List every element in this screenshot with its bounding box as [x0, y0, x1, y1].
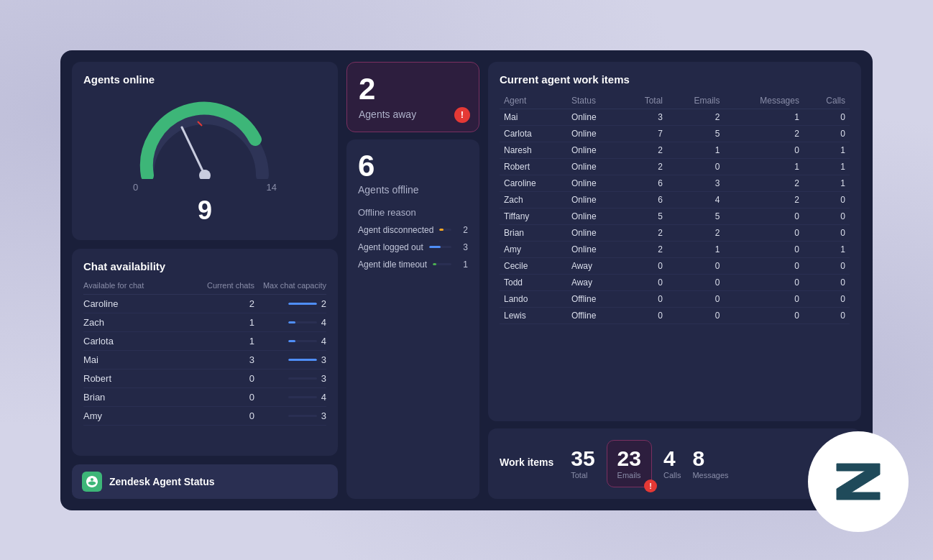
td-messages: 0	[725, 208, 804, 224]
reason-idle-fill	[433, 263, 436, 265]
avail-bar-fill	[288, 303, 317, 305]
avail-current: 0	[197, 373, 254, 384]
reason-logged-out-bar	[429, 246, 452, 248]
avail-current: 1	[197, 336, 254, 346]
td-calls: 0	[804, 224, 850, 241]
avail-row: Caroline 2 2	[83, 295, 326, 313]
avail-row: Mai 3 3	[83, 351, 326, 369]
td-agent: Carlota	[500, 125, 567, 142]
td-emails: 0	[667, 257, 724, 274]
td-status: Offline	[567, 307, 622, 323]
th-status: Status	[567, 93, 622, 109]
table-row: Lewis Offline 0 0 0 0	[500, 307, 850, 323]
avail-bar	[288, 415, 317, 417]
td-status: Away	[567, 257, 622, 274]
avail-current: 3	[197, 354, 254, 365]
th-emails: Emails	[667, 93, 724, 109]
avail-bar-fill	[288, 321, 295, 323]
td-status: Online	[567, 241, 622, 257]
avail-bar	[288, 303, 317, 305]
td-emails: 5	[667, 125, 724, 142]
zendesk-logo-circle	[808, 431, 909, 532]
avail-name: Brian	[83, 392, 197, 403]
work-total-label: Total	[571, 471, 594, 479]
agent-work-title: Current agent work items	[500, 73, 850, 86]
avail-row: Zach 1 4	[83, 313, 326, 332]
reason-idle-timeout: Agent idle timeout 1	[358, 260, 468, 270]
td-calls: 0	[804, 208, 850, 224]
reason-logged-out-count: 3	[463, 242, 468, 252]
zendesk-footer: Zendesk Agent Status	[72, 464, 338, 499]
td-status: Online	[567, 158, 622, 175]
td-total: 7	[622, 125, 667, 142]
avail-bar	[288, 359, 317, 361]
td-calls: 0	[804, 290, 850, 307]
td-agent: Amy	[500, 241, 567, 257]
td-messages: 0	[725, 290, 804, 307]
td-messages: 0	[725, 257, 804, 274]
td-status: Online	[567, 175, 622, 191]
td-calls: 1	[804, 241, 850, 257]
work-total-num: 35	[571, 448, 594, 469]
td-emails: 0	[667, 158, 724, 175]
table-row: Naresh Online 2 1 0 1	[500, 142, 850, 158]
td-calls: 0	[804, 274, 850, 290]
td-status: Away	[567, 274, 622, 290]
reason-logged-out-fill	[429, 246, 441, 248]
td-emails: 5	[667, 208, 724, 224]
avail-name: Amy	[83, 410, 197, 421]
td-total: 6	[622, 191, 667, 208]
avail-row: Carlota 1 4	[83, 332, 326, 351]
td-messages: 1	[725, 109, 804, 125]
td-total: 2	[622, 158, 667, 175]
avail-bar	[288, 340, 317, 342]
td-total: 2	[622, 224, 667, 241]
td-calls: 1	[804, 175, 850, 191]
td-calls: 1	[804, 158, 850, 175]
td-agent: Robert	[500, 158, 567, 175]
td-messages: 0	[725, 274, 804, 290]
avail-header-current: Current chats	[197, 281, 254, 290]
avail-current: 1	[197, 317, 254, 328]
avail-header-max: Max chat capacity	[254, 281, 326, 290]
td-agent: Zach	[500, 191, 567, 208]
agents-away-card: 2 Agents away !	[346, 62, 479, 132]
td-messages: 2	[725, 125, 804, 142]
work-messages-num: 8	[692, 448, 728, 469]
gauge-value: 9	[198, 196, 212, 226]
agents-away-number: 2	[359, 74, 467, 104]
emails-alert-badge: !	[644, 479, 657, 492]
avail-row: Robert 0 3	[83, 369, 326, 388]
td-total: 0	[622, 274, 667, 290]
avail-row: Brian 0 4	[83, 388, 326, 407]
agents-away-alert: !	[454, 107, 470, 123]
work-items-title: Work items	[500, 456, 553, 468]
gauge-container: 0 14 9	[83, 94, 326, 229]
td-calls: 0	[804, 257, 850, 274]
reason-logged-out-label: Agent logged out	[358, 242, 423, 252]
avail-max-cell: 2	[254, 298, 326, 309]
zendesk-icon	[82, 472, 102, 492]
avail-name: Robert	[83, 373, 197, 384]
td-calls: 0	[804, 125, 850, 142]
td-emails: 2	[667, 109, 724, 125]
avail-max-cell: 4	[254, 392, 326, 403]
table-row: Mai Online 3 2 1 0	[500, 109, 850, 125]
avail-rows: Caroline 2 2 Zach 1 4 Carlota 1 4 Mai 3	[83, 295, 326, 426]
zendesk-title: Zendesk Agent Status	[109, 476, 215, 487]
reason-idle-count: 1	[463, 260, 468, 270]
td-calls: 0	[804, 191, 850, 208]
td-calls: 0	[804, 109, 850, 125]
avail-max-cell: 3	[254, 410, 326, 421]
td-total: 2	[622, 241, 667, 257]
agents-offline-label: Agents offline	[358, 184, 468, 196]
avail-name: Mai	[83, 354, 197, 365]
table-row: Carlota Online 7 5 2 0	[500, 125, 850, 142]
gauge-max: 14	[267, 182, 277, 193]
table-row: Cecile Away 0 0 0 0	[500, 257, 850, 274]
td-status: Online	[567, 224, 622, 241]
td-status: Online	[567, 191, 622, 208]
right-panel: Current agent work items Agent Status To…	[488, 62, 861, 499]
work-emails-num: 23	[617, 448, 641, 469]
table-row: Robert Online 2 0 1 1	[500, 158, 850, 175]
